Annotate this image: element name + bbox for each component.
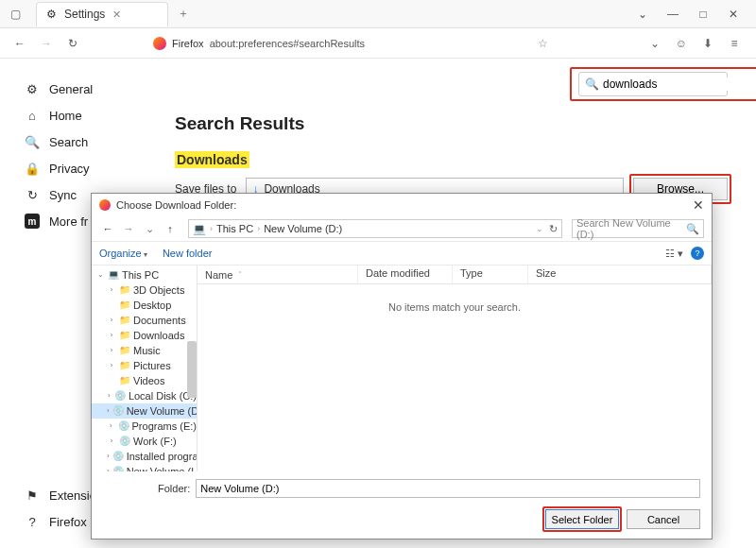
browser-tab[interactable]: ⚙ Settings ✕ — [36, 2, 168, 26]
cancel-button[interactable]: Cancel — [627, 509, 700, 529]
download-icon[interactable]: ⬇ — [699, 37, 716, 50]
tree-node[interactable]: ›💿Programs (E:) — [92, 419, 197, 434]
puzzle-icon: ⚑ — [25, 488, 40, 503]
sidebar-item-search[interactable]: 🔍Search — [25, 128, 156, 155]
settings-search-input[interactable] — [603, 77, 745, 91]
sidebar-item-privacy[interactable]: 🔒Privacy — [25, 155, 156, 181]
forward-button[interactable]: → — [36, 33, 57, 54]
tree-label: This PC — [122, 267, 159, 283]
reload-button[interactable]: ↻ — [62, 33, 83, 54]
folder-tree[interactable]: ⌄💻This PC›📁3D Objects📁Desktop›📁Documents… — [92, 265, 198, 471]
new-tab-button[interactable]: ＋ — [174, 5, 193, 24]
help-icon: ? — [25, 514, 40, 529]
close-dialog-button[interactable]: ✕ — [693, 197, 704, 213]
folder-icon: 📁 — [119, 328, 130, 343]
minimize-button[interactable]: ― — [663, 8, 682, 21]
tree-label: Installed program — [127, 449, 198, 464]
expand-icon[interactable]: › — [107, 283, 116, 298]
expand-icon[interactable]: › — [107, 419, 115, 434]
nav-back-button[interactable]: ← — [99, 223, 116, 234]
maximize-button[interactable]: □ — [694, 8, 713, 21]
menu-icon[interactable]: ≡ — [726, 37, 743, 50]
pc-icon: 💻 — [193, 223, 206, 235]
tree-node[interactable]: ›📁3D Objects — [92, 283, 197, 298]
nav-forward-button[interactable]: → — [120, 223, 137, 234]
new-folder-button[interactable]: New folder — [163, 248, 213, 259]
gear-icon: ⚙ — [46, 8, 57, 21]
column-date[interactable]: Date modified — [358, 265, 453, 283]
account-icon[interactable]: ☺ — [673, 37, 690, 50]
expand-icon[interactable]: › — [107, 343, 116, 358]
folder-icon: 📁 — [119, 313, 130, 328]
tree-node[interactable]: ›💿Work (F:) — [92, 434, 197, 449]
url-text: about:preferences#searchResults — [210, 38, 365, 49]
nav-up-button[interactable]: ↑ — [162, 223, 179, 234]
close-window-button[interactable]: ✕ — [724, 8, 743, 21]
tree-label: Work (F:) — [133, 434, 177, 449]
tree-node[interactable]: ›💿New Volume (H:) — [92, 464, 197, 471]
tree-node[interactable]: ›💿Installed program — [92, 449, 197, 464]
chevron-right-icon: › — [255, 224, 262, 233]
tree-node[interactable]: ›💿Local Disk (C:) — [92, 388, 197, 403]
tree-node[interactable]: ›📁Downloads — [92, 328, 197, 343]
disk-icon: 💿 — [112, 449, 124, 464]
tree-node[interactable]: ›💿New Volume (D:) — [92, 403, 197, 419]
organize-menu[interactable]: Organize — [99, 248, 147, 259]
dialog-footer: Folder: Select Folder Cancel — [92, 471, 712, 539]
tree-label: Pictures — [133, 358, 171, 373]
chevron-down-icon[interactable]: ⌄ — [534, 224, 545, 233]
sidebar-toggle-icon[interactable]: ▢ — [4, 3, 26, 26]
address-bar[interactable]: Firefox about:preferences#searchResults … — [146, 32, 556, 55]
tree-label: Desktop — [133, 298, 171, 313]
tree-node[interactable]: ›📁Documents — [92, 313, 197, 328]
nav-recent-button[interactable]: ⌄ — [141, 223, 158, 235]
column-headers[interactable]: Name˄ Date modified Type Size — [198, 265, 712, 284]
back-button[interactable]: ← — [9, 33, 30, 54]
crumb-volume[interactable]: New Volume (D:) — [264, 223, 342, 234]
dialog-search[interactable]: Search New Volume (D:) 🔍 — [572, 219, 704, 238]
tree-label: Music — [133, 343, 161, 358]
expand-icon[interactable]: › — [107, 358, 116, 373]
expand-icon[interactable]: › — [107, 449, 110, 464]
view-options-icon[interactable]: ☷ ▾ — [665, 248, 683, 260]
tree-node[interactable]: 📁Videos — [92, 373, 197, 388]
tree-label: Videos — [133, 373, 164, 388]
tree-node[interactable]: ⌄💻This PC — [92, 267, 197, 283]
page-title: Search Results — [175, 113, 728, 134]
column-type[interactable]: Type — [453, 265, 528, 283]
expand-icon[interactable]: › — [107, 434, 116, 449]
tree-node[interactable]: ›📁Music — [92, 343, 197, 358]
tree-node[interactable]: ›📁Pictures — [92, 358, 197, 373]
scrollbar-thumb[interactable] — [187, 341, 197, 398]
expand-icon[interactable]: › — [107, 403, 110, 419]
breadcrumb[interactable]: 💻 › This PC › New Volume (D:) ⌄ ↻ — [188, 219, 562, 238]
tab-title: Settings — [64, 8, 105, 21]
sidebar-item-home[interactable]: ⌂Home — [25, 102, 156, 128]
disk-icon: 💿 — [119, 434, 130, 449]
expand-icon[interactable]: › — [107, 388, 112, 403]
titlebar: ▢ ⚙ Settings ✕ ＋ ⌄ ― □ ✕ — [0, 0, 756, 28]
bookmark-star-icon[interactable]: ☆ — [538, 37, 548, 50]
chevron-down-icon[interactable]: ⌄ — [633, 8, 652, 21]
folder-name-input[interactable] — [196, 479, 700, 498]
settings-search[interactable]: 🔍 ✕ — [578, 72, 728, 96]
disk-icon: 💿 — [114, 388, 126, 403]
pocket-icon[interactable]: ⌄ — [646, 37, 663, 50]
tree-label: New Volume (H:) — [127, 464, 198, 471]
expand-icon[interactable]: › — [107, 328, 116, 343]
expand-icon[interactable]: ⌄ — [95, 267, 105, 283]
folder-icon: 📁 — [119, 358, 130, 373]
help-icon[interactable]: ? — [691, 247, 704, 260]
expand-icon[interactable]: › — [107, 464, 110, 471]
select-folder-button[interactable]: Select Folder — [545, 509, 619, 529]
dialog-nav: ← → ⌄ ↑ 💻 › This PC › New Volume (D:) ⌄ … — [92, 216, 712, 241]
close-tab-icon[interactable]: ✕ — [112, 9, 121, 21]
tree-node[interactable]: 📁Desktop — [92, 298, 197, 313]
disk-icon: 💿 — [118, 419, 129, 434]
expand-icon[interactable]: › — [107, 313, 116, 328]
file-list: Name˄ Date modified Type Size No items m… — [198, 265, 712, 471]
column-size[interactable]: Size — [528, 265, 712, 283]
sidebar-item-general[interactable]: ⚙General — [25, 76, 156, 102]
crumb-this-pc[interactable]: This PC — [216, 223, 253, 234]
refresh-icon[interactable]: ↻ — [549, 223, 558, 235]
